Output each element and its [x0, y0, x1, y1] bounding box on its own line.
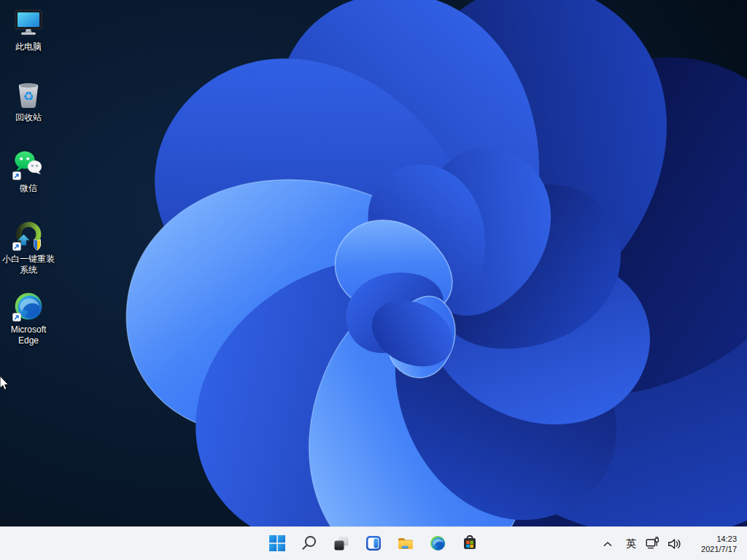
task-view-icon	[333, 534, 350, 552]
desktop-icon-label: 回收站	[15, 112, 42, 123]
this-pc-icon	[12, 7, 44, 39]
clock[interactable]: 14:23 2021/7/17	[686, 534, 737, 554]
recycle-bin-icon: ♻	[12, 78, 44, 110]
svg-text:♻: ♻	[23, 89, 34, 104]
search-icon	[301, 534, 318, 552]
taskbar: 英 14:23 2021/7/17	[0, 526, 747, 560]
edge-icon	[12, 290, 44, 322]
desktop-icon-label: 小白一键重装系统	[1, 254, 55, 276]
widgets-icon	[365, 534, 382, 552]
desktop-icon-xiaobai-reinstall[interactable]: 小白一键重装系统	[1, 219, 55, 276]
file-explorer-icon	[397, 534, 414, 552]
desktop-icon-recycle-bin[interactable]: ♻ 回收站	[1, 78, 55, 123]
shortcut-arrow-badge	[12, 171, 21, 180]
clock-date: 2021/7/17	[686, 544, 737, 554]
volume-button[interactable]	[664, 530, 686, 558]
desktop-icon-label: 此电脑	[15, 42, 42, 52]
desktop-icon-label: Microsoft Edge	[1, 324, 55, 346]
ethernet-icon	[645, 536, 661, 552]
windows-logo-icon	[268, 534, 286, 552]
search-button[interactable]	[295, 529, 324, 558]
ime-indicator[interactable]: 英	[620, 530, 642, 558]
desktop-icon-this-pc[interactable]: 此电脑	[1, 7, 55, 52]
system-tray: 英 14:23 2021/7/17	[597, 527, 747, 560]
network-button[interactable]	[642, 530, 664, 558]
speaker-icon	[667, 536, 683, 552]
store-button[interactable]	[455, 529, 484, 558]
tray-overflow-button[interactable]	[597, 530, 619, 558]
desktop-icon-microsoft-edge[interactable]: Microsoft Edge	[1, 290, 55, 346]
clock-time: 14:23	[686, 534, 737, 544]
taskbar-app-buttons	[263, 529, 484, 558]
wechat-icon	[12, 149, 44, 181]
desktop-icon-label: 微信	[20, 183, 37, 194]
shortcut-arrow-badge	[12, 313, 21, 322]
xiaobai-reinstall-icon	[12, 219, 44, 252]
edge-button[interactable]	[423, 529, 452, 558]
edge-icon	[429, 534, 446, 552]
file-explorer-button[interactable]	[391, 529, 420, 558]
chevron-up-icon	[600, 536, 616, 552]
task-view-button[interactable]	[327, 529, 356, 558]
store-icon	[461, 534, 479, 552]
start-button[interactable]	[263, 529, 292, 558]
desktop-icon-wechat[interactable]: 微信	[1, 149, 55, 194]
shortcut-arrow-badge	[12, 242, 21, 251]
wallpaper-bloom	[0, 0, 747, 560]
widgets-button[interactable]	[359, 529, 388, 558]
